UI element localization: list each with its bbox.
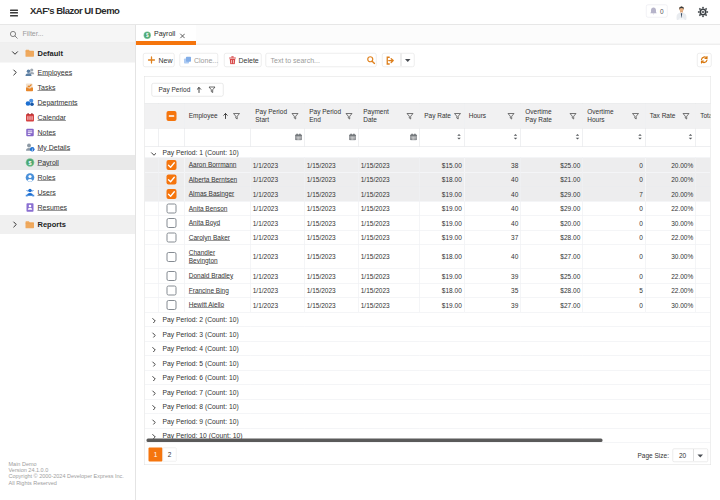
svg-text:$: $ (28, 160, 31, 166)
svg-text:$: $ (146, 33, 149, 38)
